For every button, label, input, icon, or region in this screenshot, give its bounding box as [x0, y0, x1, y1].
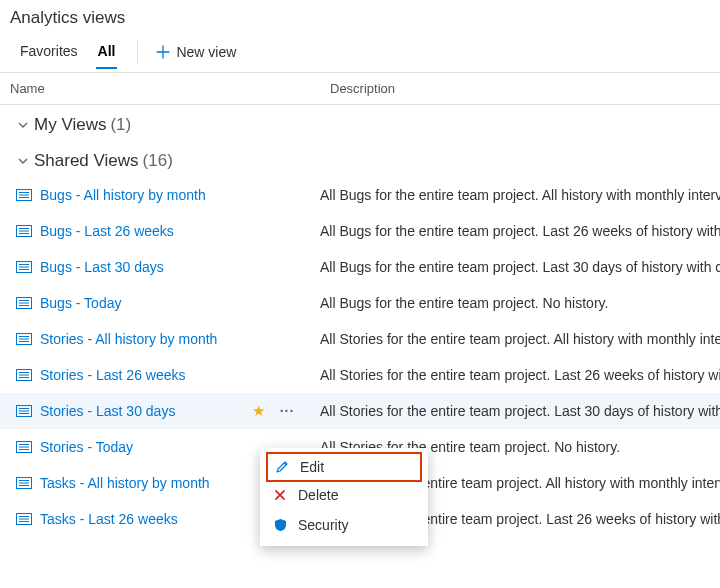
table-row[interactable]: Bugs - Today★···All Bugs for the entire …: [0, 285, 720, 321]
analytics-view-icon: [16, 369, 32, 381]
table-row[interactable]: Bugs - All history by month★···All Bugs …: [0, 177, 720, 213]
analytics-view-icon: [16, 477, 32, 489]
group-my-views-count: (1): [110, 115, 131, 135]
favorite-star-icon[interactable]: ★: [246, 402, 270, 420]
x-icon: [272, 487, 288, 503]
view-description: All Bugs for the entire team project. No…: [304, 295, 720, 311]
analytics-view-icon: [16, 261, 32, 273]
new-view-button[interactable]: New view: [150, 38, 242, 66]
context-menu-edit[interactable]: Edit: [266, 452, 422, 482]
view-description: All Bugs for the entire team project. Al…: [304, 187, 720, 203]
context-security-label: Security: [298, 517, 349, 533]
view-description: All Stories for the entire team project.…: [304, 403, 720, 419]
plus-icon: [156, 45, 170, 59]
analytics-view-icon: [16, 441, 32, 453]
chevron-down-icon: [16, 118, 30, 132]
more-actions-button[interactable]: ···: [270, 403, 304, 419]
view-name-link[interactable]: Tasks - All history by month: [40, 475, 246, 491]
analytics-view-icon: [16, 405, 32, 417]
view-name-link[interactable]: Bugs - Today: [40, 295, 246, 311]
context-edit-label: Edit: [300, 459, 324, 475]
new-view-label: New view: [176, 44, 236, 60]
view-name-link[interactable]: Stories - Last 30 days: [40, 403, 246, 419]
view-description: All Bugs for the entire team project. La…: [304, 223, 720, 239]
toolbar-separator: [137, 40, 138, 64]
group-shared-views[interactable]: Shared Views (16): [0, 141, 720, 177]
tab-all[interactable]: All: [88, 35, 126, 69]
view-name-link[interactable]: Tasks - Last 26 weeks: [40, 511, 246, 527]
column-name[interactable]: Name: [10, 81, 330, 96]
view-name-link[interactable]: Bugs - Last 30 days: [40, 259, 246, 275]
view-name-link[interactable]: Bugs - Last 26 weeks: [40, 223, 246, 239]
context-delete-label: Delete: [298, 487, 338, 503]
pencil-icon: [274, 459, 290, 475]
chevron-down-icon: [16, 154, 30, 168]
context-menu-delete[interactable]: Delete: [260, 480, 428, 510]
group-my-views[interactable]: My Views (1): [0, 105, 720, 141]
analytics-view-icon: [16, 513, 32, 525]
table-row[interactable]: Stories - Last 30 days★···All Stories fo…: [0, 393, 720, 429]
table-row[interactable]: Bugs - Last 30 days★···All Bugs for the …: [0, 249, 720, 285]
tab-favorites[interactable]: Favorites: [10, 35, 88, 69]
group-my-views-label: My Views: [34, 115, 106, 135]
view-description: All Stories for the entire team project.…: [304, 331, 720, 347]
analytics-view-icon: [16, 333, 32, 345]
context-menu: Edit Delete Security: [260, 448, 428, 546]
analytics-view-icon: [16, 189, 32, 201]
shield-icon: [272, 517, 288, 533]
analytics-view-icon: [16, 225, 32, 237]
table-row[interactable]: Bugs - Last 26 weeks★···All Bugs for the…: [0, 213, 720, 249]
view-name-link[interactable]: Stories - Last 26 weeks: [40, 367, 246, 383]
view-name-link[interactable]: Bugs - All history by month: [40, 187, 246, 203]
table-row[interactable]: Stories - All history by month★···All St…: [0, 321, 720, 357]
group-shared-views-count: (16): [143, 151, 173, 171]
page-title: Analytics views: [0, 0, 720, 32]
table-row[interactable]: Stories - Last 26 weeks★···All Stories f…: [0, 357, 720, 393]
column-description[interactable]: Description: [330, 81, 710, 96]
view-description: All Bugs for the entire team project. La…: [304, 259, 720, 275]
view-name-link[interactable]: Stories - Today: [40, 439, 246, 455]
analytics-view-icon: [16, 297, 32, 309]
toolbar: Favorites All New view: [0, 32, 720, 72]
view-name-link[interactable]: Stories - All history by month: [40, 331, 246, 347]
view-description: All Stories for the entire team project.…: [304, 367, 720, 383]
group-shared-views-label: Shared Views: [34, 151, 139, 171]
context-menu-security[interactable]: Security: [260, 510, 428, 540]
column-headers: Name Description: [0, 72, 720, 105]
